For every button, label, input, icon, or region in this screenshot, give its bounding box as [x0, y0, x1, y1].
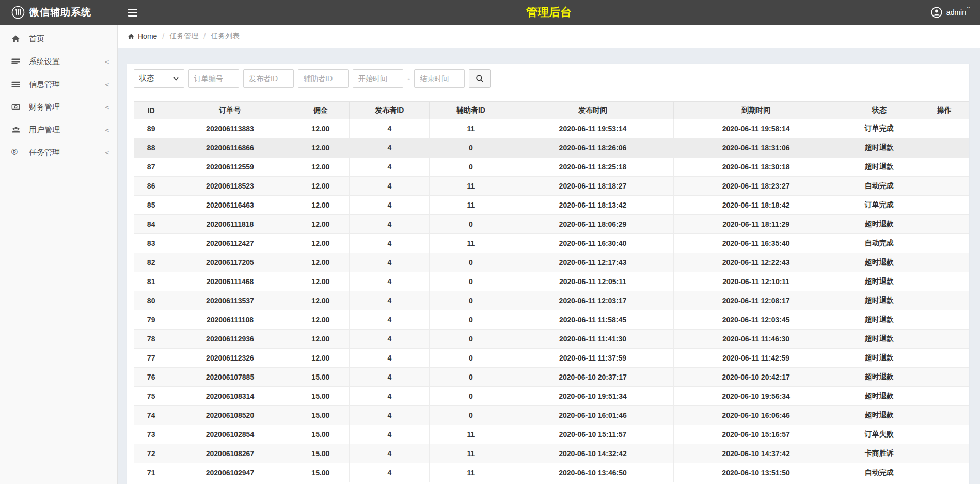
- cell-assistant-id: 11: [430, 196, 512, 215]
- cell-status: 订单完成: [839, 196, 920, 215]
- cell-id: 89: [134, 119, 168, 138]
- col-header-commission: 佣金: [292, 102, 350, 119]
- cell-assistant-id: 0: [430, 387, 512, 406]
- sidebar-item-label: 系统设置: [29, 57, 60, 67]
- cell-order-no: 202006116866: [168, 138, 292, 158]
- cell-publish-time: 2020-06-10 19:51:34: [512, 387, 673, 406]
- cell-action: [920, 215, 969, 234]
- orders-table: ID 订单号 佣金 发布者ID 辅助者ID 发布时间 到期时间 状态 操作 89…: [134, 101, 969, 482]
- sidebar-item-home[interactable]: 首页: [0, 27, 117, 50]
- cell-order-no: 202006111818: [168, 215, 292, 234]
- cell-order-no: 202006111468: [168, 272, 292, 291]
- cell-order-no: 202006102947: [168, 463, 292, 482]
- cell-id: 72: [134, 444, 168, 463]
- sidebar-item-user-manage[interactable]: 用户管理 <: [0, 118, 117, 141]
- cell-publish-time: 2020-06-10 20:37:17: [512, 368, 673, 387]
- cell-id: 86: [134, 177, 168, 196]
- cell-publisher-id: 4: [350, 196, 430, 215]
- cell-publish-time: 2020-06-11 18:18:27: [512, 177, 673, 196]
- cell-assistant-id: 11: [430, 119, 512, 138]
- cell-assistant-id: 0: [430, 138, 512, 158]
- cell-expire-time: 2020-06-11 12:03:45: [673, 310, 839, 330]
- assistant-id-input[interactable]: [298, 69, 349, 88]
- status-select-value: 状态: [139, 74, 154, 83]
- cell-commission: 12.00: [292, 272, 350, 291]
- breadcrumb-current: 任务列表: [211, 32, 240, 41]
- cell-action: [920, 291, 969, 310]
- cell-expire-time: 2020-06-11 11:46:30: [673, 330, 839, 349]
- cell-expire-time: 2020-06-10 19:56:34: [673, 387, 839, 406]
- cell-order-no: 202006108267: [168, 444, 292, 463]
- cell-assistant-id: 11: [430, 234, 512, 253]
- filter-bar: 状态 -: [134, 69, 969, 88]
- cell-status: 超时退款: [839, 387, 920, 406]
- cell-assistant-id: 0: [430, 158, 512, 177]
- sidebar-toggle-button[interactable]: [128, 6, 139, 19]
- order-no-input[interactable]: [188, 69, 239, 88]
- cell-status: 超时退款: [839, 291, 920, 310]
- breadcrumb-home-label: Home: [138, 32, 157, 40]
- cell-commission: 12.00: [292, 119, 350, 138]
- cell-action: [920, 330, 969, 349]
- end-time-input[interactable]: [414, 69, 465, 88]
- cell-action: [920, 272, 969, 291]
- cell-assistant-id: 11: [430, 463, 512, 482]
- cell-action: [920, 463, 969, 482]
- logo-link[interactable]: 微信辅助系统: [0, 6, 118, 19]
- breadcrumb-home-link[interactable]: Home: [128, 32, 157, 40]
- cell-publish-time: 2020-06-11 11:41:30: [512, 330, 673, 349]
- cell-order-no: 202006113537: [168, 291, 292, 310]
- col-header-status: 状态: [839, 102, 920, 119]
- brand-title: 微信辅助系统: [29, 6, 91, 19]
- cell-expire-time: 2020-06-10 16:06:46: [673, 406, 839, 425]
- sidebar-item-label: 用户管理: [29, 125, 60, 135]
- cell-commission: 12.00: [292, 291, 350, 310]
- cell-commission: 12.00: [292, 138, 350, 158]
- cell-assistant-id: 0: [430, 272, 512, 291]
- cell-expire-time: 2020-06-11 19:58:14: [673, 119, 839, 138]
- sidebar-item-system-settings[interactable]: 系统设置 <: [0, 50, 117, 73]
- cell-expire-time: 2020-06-10 20:42:17: [673, 368, 839, 387]
- cell-publisher-id: 4: [350, 158, 430, 177]
- cell-expire-time: 2020-06-11 18:18:42: [673, 196, 839, 215]
- table-row: 7520200610831415.00402020-06-10 19:51:34…: [134, 387, 969, 406]
- cell-action: [920, 253, 969, 272]
- cell-id: 78: [134, 330, 168, 349]
- cell-order-no: 202006112427: [168, 234, 292, 253]
- cell-id: 83: [134, 234, 168, 253]
- status-select[interactable]: 状态: [134, 69, 184, 88]
- cell-expire-time: 2020-06-11 12:22:43: [673, 253, 839, 272]
- publisher-id-input[interactable]: [243, 69, 294, 88]
- col-header-expire-time: 到期时间: [673, 102, 839, 119]
- table-row: 7120200610294715.004112020-06-10 13:46:5…: [134, 463, 969, 482]
- top-header: 微信辅助系统 管理后台 admin ˇ: [0, 0, 980, 25]
- user-menu[interactable]: admin ˇ: [931, 7, 980, 18]
- content-area: 状态 -: [118, 49, 980, 484]
- brand-logo-icon: [11, 6, 29, 19]
- cell-action: [920, 349, 969, 368]
- col-header-action: 操作: [920, 102, 969, 119]
- cell-publish-time: 2020-06-10 13:46:50: [512, 463, 673, 482]
- cell-expire-time: 2020-06-11 18:30:18: [673, 158, 839, 177]
- table-row: 8520200611646312.004112020-06-11 18:13:4…: [134, 196, 969, 215]
- cell-id: 81: [134, 272, 168, 291]
- cell-expire-time: 2020-06-11 12:08:17: [673, 291, 839, 310]
- search-button[interactable]: [469, 69, 491, 88]
- search-icon: [476, 74, 484, 83]
- cell-status: 自动完成: [839, 463, 920, 482]
- sidebar-item-task-manage[interactable]: ® 任务管理 <: [0, 141, 117, 164]
- start-time-input[interactable]: [353, 69, 403, 88]
- cell-order-no: 202006112326: [168, 349, 292, 368]
- cell-publish-time: 2020-06-11 12:17:43: [512, 253, 673, 272]
- system-settings-icon: [11, 57, 24, 66]
- cell-id: 79: [134, 310, 168, 330]
- sidebar-item-info-manage[interactable]: 信息管理 <: [0, 73, 117, 96]
- cell-action: [920, 368, 969, 387]
- breadcrumb-section-link[interactable]: 任务管理: [169, 32, 198, 41]
- cell-id: 73: [134, 425, 168, 444]
- cell-order-no: 202006117205: [168, 253, 292, 272]
- table-row: 8620200611852312.004112020-06-11 18:18:2…: [134, 177, 969, 196]
- chevron-down-icon: ˇ: [967, 8, 970, 13]
- task-manage-icon: ®: [11, 148, 24, 157]
- sidebar-item-finance-manage[interactable]: 财务管理 <: [0, 96, 117, 118]
